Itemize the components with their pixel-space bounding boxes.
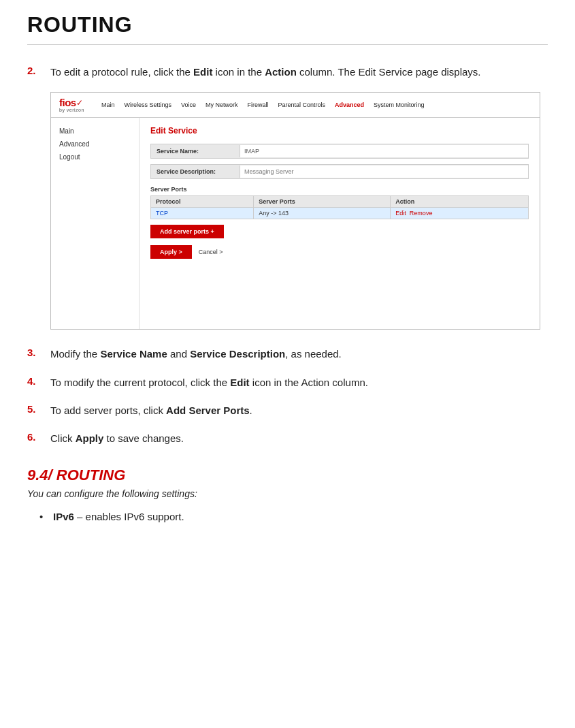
ports-table: Protocol Server Ports Action TCP Any -> … <box>150 195 529 219</box>
content-area: Edit Service Service Name: Service Descr… <box>139 118 540 329</box>
sidebar: Main Advanced Logout <box>51 118 139 329</box>
nav-main[interactable]: Main <box>97 100 120 110</box>
step-4: 4. To modify the current protocol, click… <box>27 375 548 390</box>
fios-logo-text: fios <box>59 97 76 108</box>
step-5-number: 5. <box>27 402 50 415</box>
step-3-number: 3. <box>27 346 50 358</box>
cell-ports: Any -> 143 <box>254 208 391 219</box>
step-3-text: Modify the Service Name and Service Desc… <box>50 346 342 362</box>
step-5-text: To add server ports, click Add Server Po… <box>50 402 252 418</box>
sidebar-item-advanced[interactable]: Advanced <box>51 138 139 151</box>
bullet-ipv6: • IPv6 – enables IPv6 support. <box>27 509 548 524</box>
section-94-prefix: 9.4/ <box>27 466 52 484</box>
nav-parental[interactable]: Parental Controls <box>274 100 331 110</box>
server-ports-label: Server Ports <box>150 186 529 193</box>
step-4-number: 4. <box>27 375 50 387</box>
service-desc-row: Service Description: <box>150 164 529 179</box>
nav-voice[interactable]: Voice <box>176 100 201 110</box>
section-94-subtitle: You can configure the following settings… <box>27 488 548 499</box>
sidebar-item-logout[interactable]: Logout <box>51 151 139 163</box>
sidebar-item-main[interactable]: Main <box>51 125 139 138</box>
fios-nav: fios ✓ by verizon Main Wireless Settings… <box>51 93 540 118</box>
service-desc-input[interactable] <box>240 165 528 178</box>
step-2: 2. To edit a protocol rule, click the Ed… <box>27 64 548 80</box>
page-title: ROUTING <box>27 0 548 45</box>
nav-mynetwork[interactable]: My Network <box>201 100 243 110</box>
section-94-title: ROUTING <box>52 466 126 484</box>
nav-wireless[interactable]: Wireless Settings <box>119 100 176 110</box>
cancel-button[interactable]: Cancel > <box>196 245 226 259</box>
add-server-ports-button[interactable]: Add server ports + <box>150 225 224 238</box>
bullet-dot: • <box>39 509 50 524</box>
table-row: TCP Any -> 143 Edit Remove <box>151 208 529 219</box>
nav-firewall[interactable]: Firewall <box>243 100 274 110</box>
step-2-text: To edit a protocol rule, click the Edit … <box>50 64 481 80</box>
page-body: Main Advanced Logout Edit Service Servic… <box>51 118 540 329</box>
step-2-number: 2. <box>27 64 50 76</box>
service-desc-label: Service Description: <box>151 165 240 178</box>
add-server-ports-label: Add server ports + <box>160 228 214 235</box>
service-name-label: Service Name: <box>151 144 240 158</box>
fios-logo-sub: by verizon <box>59 108 84 112</box>
step-3: 3. Modify the Service Name and Service D… <box>27 346 548 362</box>
step-5: 5. To add server ports, click Add Server… <box>27 402 548 418</box>
cell-protocol: TCP <box>151 208 254 219</box>
cancel-label: Cancel > <box>199 249 223 255</box>
bullet-ipv6-text: IPv6 – enables IPv6 support. <box>53 509 184 524</box>
step-6-number: 6. <box>27 430 50 443</box>
section-94-heading: 9.4/ ROUTING <box>27 466 548 484</box>
edit-service-title: Edit Service <box>150 126 529 136</box>
col-protocol: Protocol <box>151 196 254 208</box>
step-4-text: To modify the current protocol, click th… <box>50 375 368 390</box>
cell-action: Edit Remove <box>391 208 529 219</box>
nav-advanced[interactable]: Advanced <box>330 100 369 110</box>
screenshot-mockup: fios ✓ by verizon Main Wireless Settings… <box>50 92 540 330</box>
form-actions: Apply > Cancel > <box>150 245 529 259</box>
step-6: 6. Click Apply to save changes. <box>27 430 548 446</box>
fios-logo-check: ✓ <box>76 98 83 108</box>
col-serverports: Server Ports <box>254 196 391 208</box>
step-6-text: Click Apply to save changes. <box>50 430 184 446</box>
service-name-row: Service Name: <box>150 144 529 159</box>
nav-sysmon[interactable]: System Monitoring <box>369 100 429 110</box>
apply-button[interactable]: Apply > <box>150 245 192 259</box>
col-action: Action <box>391 196 529 208</box>
service-name-input[interactable] <box>240 145 528 157</box>
fios-logo: fios ✓ by verizon <box>59 97 84 112</box>
apply-label: Apply > <box>160 249 182 255</box>
